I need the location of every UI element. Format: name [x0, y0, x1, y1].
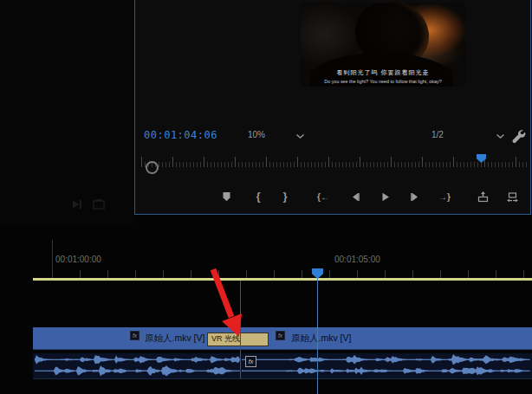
export-frame-icon[interactable]: [92, 197, 106, 211]
zoom-scroll-handle[interactable]: [146, 161, 159, 174]
work-area-bar[interactable]: [33, 278, 532, 281]
premiere-workspace: 看到阳光了吗 你要跟着阳光走 Do you see the light? You…: [0, 0, 532, 394]
audio-fx-badge-icon[interactable]: fx: [245, 356, 256, 367]
playback-resolution-select[interactable]: 1/2: [407, 126, 509, 145]
program-panel-border-bottom: [134, 214, 531, 215]
chevron-down-icon: [496, 133, 505, 139]
program-panel-border-right: [530, 0, 531, 215]
subtitle-chinese: 看到阳光了吗 你要跟着阳光走: [301, 68, 465, 77]
marker-icon: [220, 191, 233, 203]
subtitle-english: Do you see the light? You need to follow…: [309, 79, 457, 83]
video-track-v1[interactable]: fx fx: [33, 327, 532, 350]
source-panel: [0, 0, 134, 225]
go-to-in-button[interactable]: {←: [312, 188, 334, 205]
play-to-edge-icon[interactable]: [71, 197, 85, 211]
video-preview: 看到阳光了吗 你要跟着阳光走 Do you see the light? You…: [301, 3, 465, 87]
zoom-level-value: 10%: [248, 130, 265, 139]
video-clip-1-label[interactable]: 原始人.mkv [V]: [145, 329, 204, 347]
program-mini-playhead[interactable]: [477, 154, 486, 163]
step-forward-button[interactable]: [404, 188, 426, 205]
settings-wrench-icon[interactable]: [510, 128, 528, 145]
go-to-out-button[interactable]: →}: [433, 188, 456, 205]
lift-button[interactable]: [471, 188, 494, 205]
add-marker-button[interactable]: [215, 188, 237, 205]
chevron-down-icon: [295, 133, 305, 139]
play-icon: [379, 191, 392, 203]
program-panel-border-left: [134, 0, 135, 215]
video-clip-2-label[interactable]: 原始人.mkv [V]: [291, 329, 351, 347]
ruler-timecode-label: 00:01:05:00: [334, 255, 380, 264]
program-mini-timeline-ruler[interactable]: [141, 153, 529, 167]
edit-point-line: [240, 281, 241, 378]
ruler-timecode-label: 00:01:00:00: [55, 255, 101, 264]
mark-in-button[interactable]: {: [247, 188, 269, 205]
audio-waveform: [33, 353, 532, 378]
fx-badge-icon: fx: [130, 331, 139, 340]
lift-icon: [477, 191, 490, 203]
zoom-level-select[interactable]: 10%: [205, 126, 309, 145]
extract-button[interactable]: [501, 188, 523, 205]
step-back-button[interactable]: [343, 188, 366, 205]
timeline-playhead-line: [317, 278, 318, 394]
play-button[interactable]: [373, 188, 396, 205]
fx-badge-icon: fx: [276, 331, 285, 340]
extract-icon: [506, 191, 519, 203]
step-forward-icon: [409, 191, 422, 203]
vr-lightrays-transition[interactable]: VR 光线: [207, 333, 269, 346]
step-back-icon: [348, 191, 361, 203]
mark-out-button[interactable]: }: [274, 188, 296, 205]
playback-resolution-value: 1/2: [431, 130, 444, 139]
